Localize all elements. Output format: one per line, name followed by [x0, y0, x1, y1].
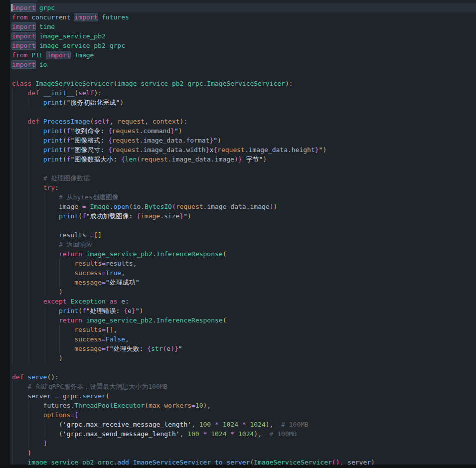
code-token: , — [207, 402, 211, 409]
code-token: import — [12, 4, 35, 11]
code-line[interactable]: def __init__(self): — [0, 88, 476, 98]
code-token: = — [102, 279, 106, 286]
code-line[interactable]: print(f"图像数据大小: {len(request.image_data.… — [0, 155, 476, 164]
code-token — [35, 32, 39, 40]
code-line[interactable]: class ImageServiceServicer(image_service… — [0, 79, 476, 88]
code-line[interactable]: from PIL import Image — [0, 50, 476, 60]
code-line[interactable]: server = grpc.server( — [0, 391, 476, 401]
code-line[interactable] — [0, 107, 476, 117]
code-line[interactable]: message="处理成功" — [0, 278, 476, 287]
code-token: .image_data.format — [140, 137, 210, 144]
code-token: False — [106, 335, 125, 343]
code-line[interactable]: print(f"图像尺寸: {request.image_data.width}… — [0, 145, 476, 155]
code-line[interactable] — [0, 221, 476, 230]
code-line[interactable]: ] — [0, 439, 476, 448]
code-line[interactable]: def serve(): — [0, 372, 476, 382]
code-token: } — [132, 307, 136, 314]
code-token: max_workers — [149, 402, 191, 409]
code-line[interactable]: message=f"处理失败: {str(e)}" — [0, 344, 476, 353]
code-line[interactable]: options=[ — [0, 410, 476, 420]
code-token: () — [47, 373, 55, 381]
code-token: ) — [266, 421, 270, 428]
code-token — [35, 61, 39, 68]
code-line[interactable]: from concurrent import futures — [0, 12, 476, 22]
code-line[interactable]: import io — [0, 60, 476, 69]
code-token: , — [145, 118, 153, 125]
code-line[interactable]: return image_service_pb2.InferenceRespon… — [0, 315, 476, 325]
code-line[interactable]: try: — [0, 183, 476, 192]
code-line[interactable]: ) — [0, 287, 476, 297]
code-line[interactable]: import image_service_pb2_grpc — [0, 41, 476, 50]
code-token: "处理成功" — [106, 279, 140, 286]
code-token: . — [110, 203, 114, 210]
code-token: print — [43, 146, 63, 154]
code-line[interactable]: success=False, — [0, 334, 476, 344]
code-line[interactable]: print(f"成功加载图像: {image.size}") — [0, 211, 476, 221]
code-token: image — [141, 212, 160, 220]
code-line[interactable]: # 从bytes创建图像 — [0, 192, 476, 202]
code-line[interactable]: ('grpc.max_receive_message_length', 100 … — [0, 420, 476, 429]
code-token — [12, 288, 59, 296]
code-area[interactable]: import grpcfrom concurrent import future… — [0, 3, 476, 467]
code-token: ( — [106, 392, 110, 400]
code-line[interactable]: import grpc — [0, 3, 476, 12]
code-line[interactable]: import time — [0, 22, 476, 31]
code-line[interactable]: print("服务初始化完成") — [0, 98, 476, 107]
code-token: * — [215, 421, 219, 428]
code-token: import — [12, 32, 35, 40]
code-line[interactable]: futures.ThreadPoolExecutor(max_workers=1… — [0, 401, 476, 410]
code-line[interactable]: results=[], — [0, 325, 476, 334]
code-line[interactable]: def ProcessImage(self, request, context)… — [0, 117, 476, 126]
code-token: # 100MB — [281, 421, 309, 428]
code-token — [12, 411, 43, 419]
code-line[interactable]: # 创建gRPC服务器，设置最大消息大小为100MB — [0, 382, 476, 391]
code-token: * — [230, 430, 234, 438]
code-token: " — [178, 345, 182, 352]
code-line[interactable]: ) — [0, 448, 476, 458]
code-line[interactable]: results =[] — [0, 230, 476, 240]
code-line[interactable]: success=True, — [0, 268, 476, 278]
code-token — [12, 118, 27, 125]
code-line[interactable]: image = Image.open(io.BytesIO(request.im… — [0, 202, 476, 211]
code-token: return — [59, 250, 82, 258]
code-token — [234, 430, 238, 438]
code-token: { — [108, 137, 112, 144]
code-line[interactable] — [0, 164, 476, 173]
code-token: : — [183, 118, 187, 125]
code-line[interactable]: # 处理图像数据 — [0, 173, 476, 183]
code-token: InferenceResponse — [157, 316, 223, 324]
code-token — [35, 4, 39, 11]
code-token: } — [315, 146, 319, 154]
code-token: ( — [78, 212, 82, 220]
code-line[interactable]: return image_service_pb2.InferenceRespon… — [0, 249, 476, 259]
code-token: , — [191, 421, 199, 428]
code-token: "处理失败: — [110, 345, 147, 352]
code-token: f — [82, 307, 86, 314]
code-line[interactable]: except Exception as e: — [0, 297, 476, 306]
code-line[interactable] — [0, 69, 476, 79]
code-token: = — [102, 335, 106, 343]
code-editor[interactable]: import grpcfrom concurrent import future… — [0, 0, 476, 468]
code-token: { — [213, 146, 217, 154]
code-line[interactable]: print(f"收到命令: {request.command}") — [0, 126, 476, 136]
code-token: image_service_pb2_grpc — [39, 42, 125, 49]
code-line[interactable]: results=results, — [0, 259, 476, 268]
code-token: : — [289, 80, 293, 87]
code-token: "成功加载图像: — [86, 212, 137, 220]
code-token — [35, 23, 39, 30]
code-token — [98, 13, 102, 21]
code-line[interactable]: print(f"图像格式: {request.image_data.format… — [0, 136, 476, 145]
code-token: 10 — [195, 402, 203, 409]
code-line[interactable] — [0, 363, 476, 372]
code-line[interactable]: print(f"处理错误: {e}") — [0, 306, 476, 315]
code-line[interactable]: ('grpc.max_send_message_length', 100 * 1… — [0, 429, 476, 439]
code-token: ) — [187, 212, 191, 220]
code-token: ThreadPoolExecutor — [74, 402, 145, 409]
code-line[interactable]: import image_service_pb2 — [0, 31, 476, 41]
code-line[interactable]: # 返回响应 — [0, 240, 476, 249]
code-token: ( — [172, 203, 176, 210]
bottom-edge-strip — [0, 465, 476, 468]
code-token: 字节" — [242, 156, 263, 163]
code-token — [12, 345, 74, 352]
code-line[interactable]: ) — [0, 353, 476, 363]
